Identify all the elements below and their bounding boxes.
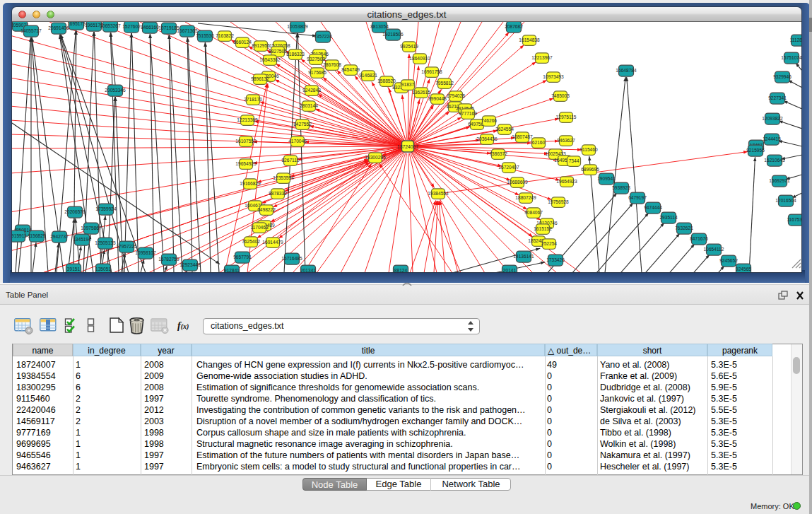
svg-text:9242843: 9242843	[302, 88, 321, 93]
svg-text:2087682: 2087682	[505, 24, 523, 29]
svg-text:201341: 201341	[300, 268, 316, 272]
svg-text:18807249: 18807249	[515, 195, 536, 200]
svg-text:7485003: 7485003	[551, 93, 570, 98]
svg-text:17359924: 17359924	[95, 206, 117, 211]
svg-text:252254: 252254	[541, 241, 557, 246]
svg-text:8990448: 8990448	[428, 96, 447, 101]
svg-text:7515530: 7515530	[196, 33, 214, 38]
svg-text:9463627: 9463627	[557, 138, 575, 143]
svg-text:4170046: 4170046	[288, 139, 307, 144]
svg-text:1733426: 1733426	[546, 257, 565, 262]
svg-text:3624554: 3624554	[495, 127, 514, 132]
svg-text:7344: 7344	[569, 158, 579, 163]
svg-text:19654923: 19654923	[556, 179, 577, 184]
svg-text:8660124: 8660124	[233, 40, 252, 45]
svg-text:1170463: 1170463	[250, 225, 269, 230]
svg-text:16648784: 16648784	[616, 68, 637, 73]
svg-text:6498222: 6498222	[257, 207, 276, 212]
svg-text:16154838: 16154838	[519, 37, 540, 42]
svg-text:9827503: 9827503	[269, 49, 287, 54]
svg-text:20053346: 20053346	[105, 88, 126, 93]
svg-text:1244415: 1244415	[763, 136, 781, 141]
svg-text:9175685: 9175685	[308, 70, 326, 75]
svg-text:12213967: 12213967	[531, 55, 553, 60]
svg-text:15716485: 15716485	[281, 256, 302, 261]
svg-text:8215955: 8215955	[746, 148, 765, 153]
svg-text:19166829: 19166829	[240, 181, 261, 186]
svg-text:746266: 746266	[481, 118, 497, 123]
svg-text:20691406: 20691406	[48, 25, 69, 30]
svg-text:8466160: 8466160	[141, 25, 159, 30]
svg-text:9327503: 9327503	[307, 57, 325, 62]
svg-text:1156829: 1156829	[28, 233, 46, 238]
svg-text:f(x): f(x)	[177, 320, 189, 331]
svg-text:6899695: 6899695	[581, 167, 599, 172]
svg-text:20141: 20141	[503, 268, 517, 272]
svg-text:1909541: 1909541	[597, 176, 616, 181]
svg-text:8813054: 8813054	[370, 24, 389, 29]
svg-text:7163822: 7163822	[216, 33, 234, 38]
svg-text:8186323: 8186323	[286, 52, 305, 57]
svg-text:135051: 135051	[95, 267, 111, 271]
svg-text:1167533: 1167533	[787, 217, 801, 222]
svg-text:16961758: 16961758	[421, 69, 442, 74]
svg-text:14055717: 14055717	[20, 28, 42, 33]
svg-text:6479197: 6479197	[628, 195, 647, 200]
svg-text:14136141: 14136141	[513, 254, 534, 259]
svg-text:7386372: 7386372	[489, 151, 507, 156]
svg-text:8454749: 8454749	[341, 67, 360, 72]
svg-text:16914479: 16914479	[262, 240, 283, 245]
svg-text:2718170: 2718170	[244, 97, 262, 102]
svg-text:1615152: 1615152	[534, 226, 552, 231]
svg-text:12505135: 12505135	[95, 240, 116, 245]
svg-text:39151: 39151	[67, 267, 81, 271]
svg-text:20364436: 20364436	[476, 136, 498, 141]
svg-text:9777169: 9777169	[459, 111, 477, 116]
svg-text:12975115: 12975115	[556, 115, 577, 119]
svg-text:16210643: 16210643	[764, 158, 785, 163]
svg-text:1695173: 1695173	[67, 22, 86, 26]
svg-text:12213369: 12213369	[237, 117, 258, 122]
svg-text:9084067: 9084067	[524, 210, 543, 215]
svg-text:924565: 924565	[736, 267, 751, 271]
svg-text:10053809: 10053809	[287, 24, 308, 29]
svg-text:2867608: 2867608	[323, 62, 341, 67]
svg-text:7625402: 7625402	[242, 239, 260, 244]
svg-text:8878332: 8878332	[269, 191, 287, 196]
svg-text:9146821: 9146821	[359, 73, 377, 78]
svg-text:10973493: 10973493	[543, 74, 564, 79]
svg-text:15692971: 15692971	[769, 178, 790, 183]
svg-text:912841: 912841	[224, 268, 240, 272]
svg-text:19756928: 19756928	[548, 199, 569, 204]
svg-text:7632621: 7632621	[675, 226, 693, 230]
svg-text:17016504: 17016504	[775, 198, 796, 203]
svg-text:1362615: 1362615	[412, 90, 430, 95]
svg-text:12923448: 12923448	[180, 262, 201, 267]
svg-text:8912956: 8912956	[252, 43, 270, 48]
svg-text:8471676: 8471676	[690, 236, 708, 241]
svg-text:16543362: 16543362	[259, 57, 281, 62]
svg-text:8427552: 8427552	[293, 122, 312, 127]
svg-text:12353594: 12353594	[273, 175, 294, 180]
svg-text:18640910: 18640910	[409, 56, 430, 61]
svg-text:16107553: 16107553	[235, 139, 257, 144]
svg-text:2942737: 2942737	[50, 234, 69, 239]
svg-text:9329946: 9329946	[773, 74, 792, 79]
svg-text:10653267: 10653267	[100, 23, 121, 28]
svg-text:10807487: 10807487	[512, 134, 533, 139]
svg-text:19654925: 19654925	[235, 161, 257, 166]
svg-text:9474444: 9474444	[644, 205, 662, 210]
svg-text:20206576: 20206576	[64, 209, 86, 214]
svg-text:10975867: 10975867	[81, 226, 102, 230]
svg-text:8267110: 8267110	[281, 158, 300, 163]
svg-text:12093822: 12093822	[762, 116, 783, 121]
svg-text:62160: 62160	[532, 140, 546, 145]
svg-text:16671365: 16671365	[177, 28, 198, 33]
svg-text:1527602: 1527602	[122, 24, 141, 29]
svg-text:1345194: 1345194	[73, 237, 91, 242]
svg-text:9896132: 9896132	[251, 76, 269, 81]
svg-text:88124: 88124	[394, 268, 408, 272]
svg-text:9115460: 9115460	[579, 147, 598, 152]
svg-text:5938923: 5938923	[612, 185, 630, 190]
svg-text:10654112: 10654112	[704, 247, 724, 252]
